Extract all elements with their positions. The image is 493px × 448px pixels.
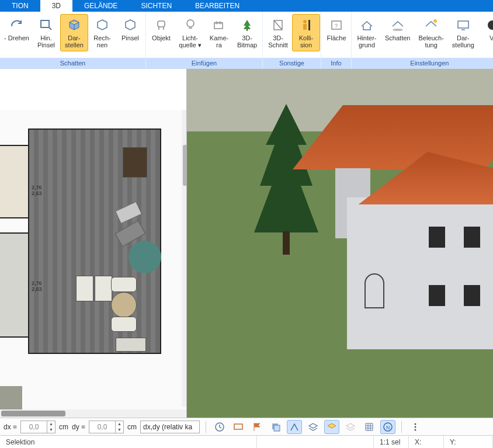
plan-scrollbar-horizontal[interactable] [0,409,186,418]
render-cube-icon [65,17,84,33]
plane-button[interactable] [324,420,339,434]
history-button[interactable] [212,420,227,434]
snap-ortho-button[interactable] [287,420,302,434]
kollision-button[interactable]: Kolli- sion [292,14,320,51]
scene-house [341,157,493,361]
perspective-view-3d[interactable] [187,69,493,418]
tab-bearbeiten[interactable]: BEARBEITEN [183,0,251,12]
spinner-down-icon[interactable]: ▼ [47,427,55,433]
plan-paving [0,386,22,409]
north-button[interactable]: N [380,420,395,434]
dimension-label: 2,76 [32,280,42,286]
scene-tree [251,104,321,256]
status-bar: Selektion 1:1 sel X: Y: [0,435,493,448]
tab-sichten[interactable]: SICHTEN [129,0,183,12]
drehen-button[interactable]: - Drehen [1,14,32,44]
dimension-label: 2,63 [32,286,42,292]
lightbulb-icon [181,17,200,33]
svg-rect-8 [303,24,307,30]
tree-icon [238,17,256,33]
objekt-button[interactable]: Objekt [147,14,175,44]
svg-rect-18 [234,424,242,429]
hin-pinsel-button[interactable]: Hin. Pinsel [32,14,60,51]
svg-point-13 [433,19,437,23]
status-selection: Selektion [0,436,257,448]
main-tabstrip: TION 3D GELÄNDE SICHTEN BEARBEITEN [0,0,493,12]
chair-icon [152,17,171,33]
camera-icon [210,17,228,33]
dx-label: dx = [4,423,17,431]
group-label-einfuegen: Einfügen [146,58,262,68]
bottom-toolbar: dx = ▲▼ cm dy = ▲▼ cm dx,dy (relativ ka … [0,418,493,435]
more-button[interactable] [408,420,423,434]
vi-button[interactable]: Vi [478,14,493,44]
sphere-icon [483,17,493,33]
pinsel-button[interactable]: Pinsel [116,14,144,44]
svg-text:N: N [386,425,390,430]
spinner-down-icon[interactable]: ▼ [116,427,123,433]
dimension-label: 2,76 [32,185,42,190]
flag-button[interactable] [249,420,265,434]
svg-rect-14 [458,21,468,28]
svg-point-12 [393,29,403,31]
group-label-einstellungen: Einstellungen [352,58,493,68]
darstellung-button[interactable]: Dar- stellung [448,14,478,51]
rechnen-button[interactable]: Rech- nen [88,14,116,51]
3d-bitmap-button[interactable]: 3D- Bitmap [233,14,261,51]
3d-schnitt-button[interactable]: 3D- Schnitt [264,14,292,51]
svg-point-23 [415,423,416,425]
svg-rect-9 [308,20,310,30]
svg-rect-1 [158,21,165,27]
kamera-button[interactable]: Kame- ra [205,14,233,51]
layers-button[interactable] [268,420,283,434]
grid-button[interactable] [362,420,377,434]
svg-rect-20 [274,425,280,431]
section-icon [269,17,287,33]
tab-tion[interactable]: TION [0,0,40,12]
layers3-button[interactable] [343,420,358,434]
spinner-up-icon[interactable]: ▲ [116,421,123,427]
monitor-icon [454,17,473,33]
flaeche-button[interactable]: ? Fläche [322,14,350,44]
schatten-settings-button[interactable]: Schatten [381,14,414,44]
dy-label: dy = [72,423,85,431]
status-sel: 1:1 sel [374,436,409,448]
beleuchtung-button[interactable]: Beleuch- tung [414,14,447,51]
layers2-button[interactable] [305,420,321,434]
calc-cube-icon [93,17,112,33]
plan-table [111,292,137,318]
dx-input[interactable]: ▲▼ [20,421,55,433]
svg-point-2 [187,20,194,27]
dy-input[interactable]: ▲▼ [89,421,124,433]
screen-button[interactable] [231,420,246,434]
main-workspace: 2,76 2,63 2,76 2,63 [0,69,493,418]
svg-point-25 [415,429,416,430]
svg-point-24 [415,426,416,428]
group-label-info: Info [321,58,351,68]
status-x: X: [409,436,444,448]
plan-scrollbar-vertical[interactable] [182,110,187,407]
coord-mode-dropdown[interactable]: dx,dy (relativ ka [140,421,200,433]
group-label-sonstige: Sonstige [263,58,321,68]
svg-rect-6 [246,29,248,31]
dx-unit: cm [59,423,68,431]
plan-view-2d[interactable]: 2,76 2,63 2,76 2,63 [0,69,187,418]
lichtquelle-button[interactable]: Licht- quelle ▾ [175,14,205,51]
plan-room-a [0,145,29,218]
area-icon: ? [327,17,346,33]
status-y: Y: [444,436,493,448]
svg-rect-0 [41,20,49,27]
brush-back-icon [37,17,55,33]
hintergrund-button[interactable]: Hinter- grund [353,14,381,51]
house-bg-icon [357,17,376,33]
dimension-label: 2,63 [32,190,42,196]
darstellen-button[interactable]: Dar- stellen [60,14,88,51]
tab-3d[interactable]: 3D [40,0,72,12]
brush-cube-icon [121,17,140,33]
plan-deck [28,129,161,354]
dy-unit: cm [127,423,137,431]
house-light-icon [422,17,440,33]
svg-text:?: ? [335,23,338,29]
spinner-up-icon[interactable]: ▲ [47,421,55,427]
tab-gelaende[interactable]: GELÄNDE [72,0,129,12]
